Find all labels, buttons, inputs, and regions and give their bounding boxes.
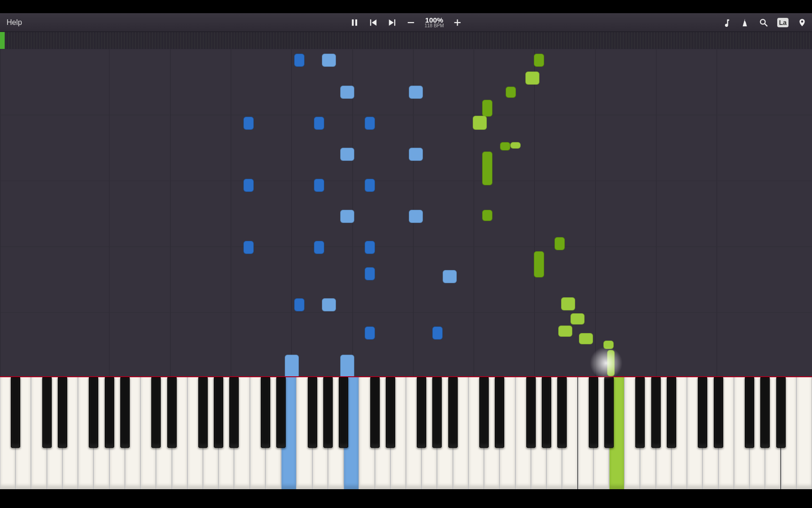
- menu-help[interactable]: Help: [0, 13, 29, 32]
- black-key[interactable]: [432, 377, 442, 448]
- falling-note: [409, 148, 423, 161]
- falling-note: [243, 179, 254, 192]
- black-key[interactable]: [589, 377, 598, 448]
- map-pin-icon: [798, 18, 806, 27]
- speed-plus-button[interactable]: [453, 17, 463, 28]
- black-key[interactable]: [370, 377, 380, 448]
- svg-rect-0: [352, 19, 354, 26]
- svg-rect-6: [408, 22, 414, 23]
- falling-note: [409, 86, 423, 99]
- falling-note: [579, 333, 593, 344]
- falling-note: [554, 237, 565, 250]
- falling-note: [314, 179, 324, 192]
- black-key[interactable]: [261, 377, 270, 448]
- note-label-button[interactable]: La: [777, 18, 789, 27]
- black-key[interactable]: [105, 377, 114, 448]
- white-key[interactable]: [796, 377, 812, 489]
- black-key[interactable]: [58, 377, 67, 448]
- svg-marker-4: [389, 19, 394, 26]
- speed-minus-button[interactable]: [406, 17, 416, 28]
- falling-note: [365, 267, 375, 280]
- black-key[interactable]: [776, 377, 786, 448]
- letterbox-bottom: [0, 489, 812, 508]
- falling-note: [409, 210, 423, 223]
- black-key[interactable]: [151, 377, 161, 448]
- black-key[interactable]: [11, 377, 20, 448]
- black-key[interactable]: [42, 377, 52, 448]
- black-key[interactable]: [276, 377, 286, 448]
- svg-point-11: [760, 19, 765, 24]
- black-key[interactable]: [651, 377, 661, 448]
- black-key[interactable]: [229, 377, 239, 448]
- black-key[interactable]: [323, 377, 333, 448]
- grid-vline: [170, 49, 171, 376]
- black-key[interactable]: [745, 377, 754, 448]
- progress-bar[interactable]: [0, 32, 812, 49]
- black-key[interactable]: [495, 377, 504, 448]
- svg-rect-1: [355, 19, 357, 26]
- black-key[interactable]: [198, 377, 208, 448]
- falling-note: [534, 54, 544, 67]
- zoom-button[interactable]: [758, 17, 769, 28]
- prev-icon: [369, 18, 377, 27]
- falling-note: [340, 355, 354, 376]
- falling-note: [365, 117, 375, 130]
- black-key[interactable]: [604, 377, 614, 448]
- grid-hline: [0, 246, 812, 247]
- black-key[interactable]: [448, 377, 458, 448]
- speed-percent: 100%: [424, 16, 444, 24]
- pause-button[interactable]: [349, 17, 359, 28]
- falling-note: [570, 313, 585, 325]
- next-button[interactable]: [387, 17, 397, 28]
- black-key[interactable]: [667, 377, 676, 448]
- black-key[interactable]: [214, 377, 223, 448]
- metronome-button[interactable]: [740, 17, 750, 28]
- metronome-icon: [741, 18, 749, 27]
- black-key[interactable]: [167, 377, 177, 448]
- falling-note: [603, 341, 614, 349]
- black-key[interactable]: [542, 377, 551, 448]
- black-key[interactable]: [308, 377, 317, 448]
- grid-hline: [0, 115, 812, 115]
- svg-rect-2: [370, 19, 371, 26]
- music-note-button[interactable]: [721, 17, 731, 28]
- piano-keyboard[interactable]: [0, 376, 812, 489]
- marker-button[interactable]: [797, 17, 807, 28]
- note-waterfall[interactable]: [0, 49, 812, 376]
- falling-note: [443, 270, 457, 283]
- speed-display: 100% 118 BPM: [424, 16, 444, 28]
- falling-note: [561, 297, 575, 310]
- falling-note: [365, 241, 375, 254]
- progress-ticks: [0, 32, 812, 49]
- black-key[interactable]: [760, 377, 770, 448]
- black-key[interactable]: [120, 377, 130, 448]
- black-key[interactable]: [714, 377, 723, 448]
- black-key[interactable]: [386, 377, 395, 448]
- falling-note: [473, 116, 487, 130]
- black-key[interactable]: [89, 377, 98, 448]
- transport-controls: 100% 118 BPM: [349, 16, 462, 28]
- falling-note: [558, 325, 572, 337]
- zoom-icon: [759, 18, 768, 27]
- black-key[interactable]: [526, 377, 536, 448]
- falling-note: [365, 179, 375, 192]
- black-key[interactable]: [417, 377, 426, 448]
- falling-note: [340, 210, 354, 223]
- black-key[interactable]: [635, 377, 645, 448]
- falling-note: [322, 298, 336, 311]
- black-key[interactable]: [698, 377, 707, 448]
- falling-note: [314, 117, 324, 130]
- falling-note: [285, 355, 299, 376]
- black-key[interactable]: [557, 377, 567, 448]
- grid-hline: [0, 49, 812, 49]
- toolbar: Help 100% 118 BPM La: [0, 13, 812, 32]
- black-key[interactable]: [339, 377, 348, 448]
- grid-vline: [291, 49, 292, 376]
- music-note-icon: [722, 18, 730, 27]
- grid-vline: [0, 49, 0, 376]
- prev-button[interactable]: [368, 17, 378, 28]
- right-controls: La: [721, 17, 807, 28]
- black-key[interactable]: [479, 377, 489, 448]
- grid-vline: [595, 49, 596, 376]
- letterbox-top: [0, 0, 812, 13]
